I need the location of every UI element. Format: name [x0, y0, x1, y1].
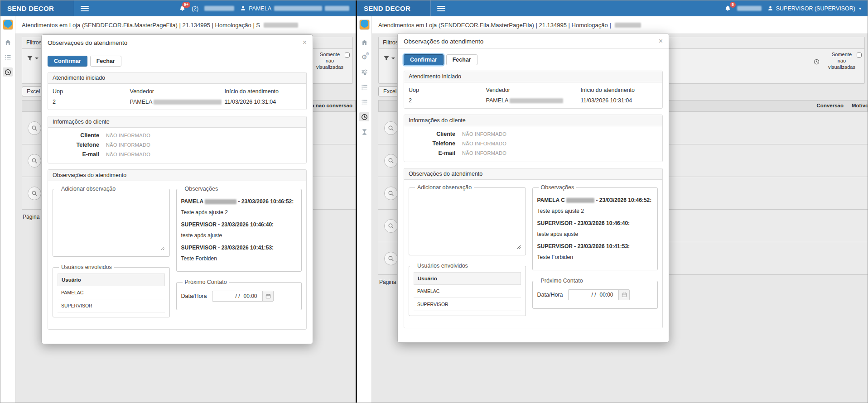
clock-icon[interactable]: [359, 112, 369, 121]
confirmar-button[interactable]: Confirmar: [48, 56, 87, 67]
redacted-text: [615, 23, 641, 28]
menu-toggle-button[interactable]: [74, 0, 95, 16]
home-icon[interactable]: [359, 38, 369, 47]
page-title-bar: Atendimentos em Loja (SENDDECOR.Fila.Mas…: [15, 16, 356, 34]
list-ol-icon[interactable]: [359, 82, 369, 91]
calendar-icon[interactable]: [618, 290, 629, 300]
vendedor-value: PAMELA: [130, 99, 152, 105]
filter-dropdown-button[interactable]: [383, 55, 395, 62]
screenshot-frame: SEND DECOR 9+ (2) PAMELA Aten: [0, 0, 868, 403]
proximo-contato-fieldset: Próximo Contato Data/Hora / / 00:00: [532, 278, 658, 309]
uop-value: 2: [409, 97, 486, 104]
magnifier-icon[interactable]: [384, 187, 398, 200]
magnifier-icon[interactable]: [28, 154, 41, 168]
observation-entry: SUPERVISOR - 23/03/2026 10:41:53: Teste …: [537, 242, 653, 260]
sidebar: ⚙⚙: [357, 16, 372, 403]
user-menu[interactable]: PAMELA: [240, 5, 349, 12]
column-header-motivo: Motivo da não conversão: [852, 103, 868, 108]
time-input[interactable]: 00:00: [598, 290, 618, 300]
navbar: SEND DECOR 5 SUPERVISOR (SUPERVISOR) ▾: [357, 0, 868, 16]
menu-toggle-button[interactable]: [431, 0, 452, 16]
vendedor-value: PAMELA: [486, 97, 508, 104]
fieldset-legend: Observações: [539, 184, 577, 191]
page-title: Atendimentos em Loja (SENDDECOR.Fila.Mas…: [378, 22, 611, 29]
chevron-down-icon: ▾: [859, 6, 861, 11]
magnifier-icon[interactable]: [384, 121, 398, 135]
sliders-icon[interactable]: [359, 67, 369, 77]
fieldset-legend: Adicionar observação: [59, 186, 118, 192]
redacted-text: [264, 23, 298, 28]
fieldset-legend: Próximo Contato: [183, 279, 229, 285]
chevron-down-icon: [35, 58, 39, 59]
navbar: SEND DECOR 9+ (2) PAMELA: [0, 0, 356, 16]
list-icon[interactable]: [3, 53, 13, 62]
observation-entry: PAMELA - 23/03/2026 10:46:52: Teste após…: [181, 197, 297, 216]
redacted-text: [204, 6, 234, 11]
navbar-right: 9+ (2) PAMELA: [179, 5, 356, 12]
modal-title: Observações do atendimento: [404, 38, 483, 45]
app-logo-icon[interactable]: [3, 19, 13, 30]
datetime-input-group: / / 00:00: [212, 291, 274, 302]
observation-entry: SUPERVISOR - 23/03/2026 10:46:40: teste …: [537, 219, 653, 237]
hourglass-icon[interactable]: [359, 127, 369, 136]
telefone-label: Telefone: [53, 142, 106, 148]
observation-entry: PAMELA C - 23/03/2026 10:46:52: Teste ap…: [537, 196, 653, 214]
only-unviewed-checkbox[interactable]: [345, 53, 350, 58]
confirmar-button[interactable]: Confirmar: [404, 54, 444, 65]
clock-icon: [814, 59, 820, 65]
observacoes-section: Observações do atendimento Adicionar obs…: [48, 169, 307, 330]
home-icon[interactable]: [3, 38, 13, 47]
magnifier-icon[interactable]: [28, 121, 41, 135]
user-name: SUPERVISOR (SUPERVISOR): [776, 5, 855, 12]
notifications-bell[interactable]: 9+: [179, 5, 186, 12]
section-heading: Observações do atendimento: [404, 168, 662, 180]
adicionar-observacao-fieldset: Adicionar observação: [409, 184, 526, 255]
close-icon[interactable]: ×: [659, 38, 663, 45]
table-row: PAMELAC: [414, 285, 521, 298]
clock-icon[interactable]: [3, 67, 13, 77]
fechar-button[interactable]: Fechar: [446, 54, 477, 65]
magnifier-icon[interactable]: [384, 154, 398, 168]
only-unviewed-checkbox[interactable]: [857, 53, 862, 58]
datetime-input-group: / / 00:00: [568, 289, 630, 300]
email-label: E-mail: [409, 150, 462, 156]
atendimento-iniciado-section: Atendimento iniciado Uop2 VendedorPAMELA…: [404, 71, 663, 109]
redacted-text: [566, 198, 594, 203]
list-icon[interactable]: [359, 97, 369, 106]
entry-author: SUPERVISOR: [181, 245, 217, 251]
section-heading: Informações do cliente: [404, 115, 662, 126]
calendar-icon[interactable]: [262, 291, 273, 301]
entry-text: Teste após ajuste 2: [181, 209, 297, 216]
observacoes-list-fieldset: Observações PAMELA C - 23/03/2026 10:46:…: [532, 184, 658, 270]
date-input[interactable]: / /: [212, 291, 242, 301]
close-icon[interactable]: ×: [303, 39, 307, 46]
observacoes-modal: Observações do atendimento × Confirmar F…: [397, 33, 669, 343]
magnifier-icon[interactable]: [28, 187, 41, 200]
date-input[interactable]: / /: [569, 290, 598, 300]
magnifier-icon[interactable]: [384, 252, 398, 265]
brand-logo[interactable]: SEND DECOR: [0, 0, 74, 16]
telefone-value: NÃO INFORMADO: [462, 141, 506, 146]
magnifier-icon[interactable]: [384, 219, 398, 233]
uop-label: Uop: [53, 88, 130, 95]
user-menu[interactable]: SUPERVISOR (SUPERVISOR) ▾: [767, 5, 861, 12]
fechar-button[interactable]: Fechar: [90, 56, 121, 67]
time-input[interactable]: 00:00: [242, 291, 262, 301]
inicio-label: Início do atendimento: [581, 87, 658, 93]
table-row: SUPERVISOR: [414, 298, 521, 311]
telefone-value: NÃO INFORMADO: [106, 142, 150, 148]
app-logo-icon[interactable]: [359, 19, 370, 30]
notifications-bell[interactable]: 5: [724, 5, 731, 12]
observacoes-section: Observações do atendimento Adicionar obs…: [404, 168, 663, 328]
redacted-text: [205, 199, 236, 204]
adicionar-observacao-fieldset: Adicionar observação: [53, 186, 170, 257]
informacoes-cliente-section: Informações do cliente ClienteNÃO INFORM…: [404, 115, 663, 162]
fieldset-legend: Usuários envolvidos: [59, 264, 114, 270]
filter-dropdown-button[interactable]: [27, 55, 39, 62]
brand-logo[interactable]: SEND DECOR: [357, 0, 431, 16]
add-observation-textarea[interactable]: [414, 194, 521, 249]
entry-text: Teste após ajuste 2: [537, 208, 653, 214]
gears-icon[interactable]: ⚙⚙: [359, 53, 369, 62]
entry-datetime: - 23/03/2026 10:41:53:: [574, 243, 630, 249]
add-observation-textarea[interactable]: [58, 195, 165, 250]
